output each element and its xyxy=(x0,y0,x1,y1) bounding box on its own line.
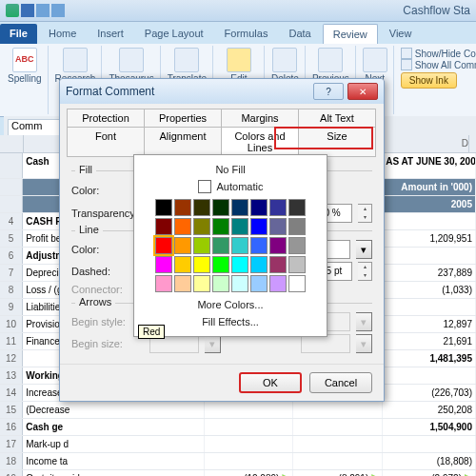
color-swatch[interactable] xyxy=(155,256,172,273)
color-swatch[interactable] xyxy=(231,237,248,254)
dtab-alignment[interactable]: Alignment xyxy=(144,127,222,157)
tab-pagelayout[interactable]: Page Layout xyxy=(135,24,213,44)
cell[interactable] xyxy=(383,213,476,229)
color-swatch[interactable] xyxy=(193,237,210,254)
color-swatch[interactable] xyxy=(212,218,229,235)
dtab-margins[interactable]: Margins xyxy=(221,109,299,128)
color-swatch[interactable] xyxy=(269,256,287,273)
color-swatch[interactable] xyxy=(250,256,268,273)
cell[interactable] xyxy=(205,436,294,452)
color-swatch[interactable] xyxy=(231,218,248,235)
cell[interactable] xyxy=(293,436,383,452)
no-fill-option[interactable]: No Fill xyxy=(140,161,321,178)
cell[interactable]: (Decrease xyxy=(23,402,204,418)
automatic-option[interactable]: Automatic xyxy=(140,178,321,195)
cell[interactable]: 1,481,395 xyxy=(383,350,476,367)
color-swatch[interactable] xyxy=(250,218,268,235)
color-swatch[interactable] xyxy=(288,218,306,235)
color-swatch[interactable] xyxy=(269,237,287,254)
color-swatch[interactable] xyxy=(174,275,191,292)
cell[interactable]: Amount in '000) xyxy=(383,179,476,195)
weight-spinner[interactable]: ▴▾ xyxy=(358,262,372,281)
color-swatch[interactable] xyxy=(193,199,210,216)
ok-button[interactable]: OK xyxy=(239,372,302,393)
row-header[interactable]: 4 xyxy=(0,213,23,229)
help-button[interactable]: ? xyxy=(313,83,344,100)
row-header[interactable]: 16 xyxy=(0,419,23,435)
cell[interactable]: (1,033) xyxy=(383,282,476,298)
tab-home[interactable]: Home xyxy=(39,24,86,44)
cell[interactable] xyxy=(293,453,383,469)
color-swatch[interactable] xyxy=(155,237,172,254)
row-header[interactable]: 14 xyxy=(0,385,23,401)
row-header[interactable]: 19 xyxy=(0,470,23,476)
cell[interactable]: (10,089) xyxy=(205,470,294,476)
cell[interactable]: Gratuity paid xyxy=(23,470,204,476)
show-all-comments[interactable]: Show All Comments xyxy=(401,59,476,70)
color-swatch[interactable] xyxy=(269,199,287,216)
cancel-button[interactable]: Cancel xyxy=(309,372,372,393)
dtab-font[interactable]: Font xyxy=(67,127,145,157)
color-swatch[interactable] xyxy=(174,218,191,235)
cell[interactable] xyxy=(383,299,476,315)
color-swatch[interactable] xyxy=(288,256,306,273)
row-header[interactable]: 15 xyxy=(0,402,23,418)
row-header[interactable]: 17 xyxy=(0,436,23,452)
color-swatch[interactable] xyxy=(212,237,229,254)
dtab-size[interactable]: Size xyxy=(298,127,376,157)
color-swatch[interactable] xyxy=(212,199,229,216)
row-header[interactable]: 8 xyxy=(0,282,23,298)
row-header[interactable]: 6 xyxy=(0,248,23,264)
color-swatch[interactable] xyxy=(193,218,210,235)
close-button[interactable]: ✕ xyxy=(347,83,378,100)
cell[interactable]: (2,972) xyxy=(383,470,476,476)
color-swatch[interactable] xyxy=(174,256,191,273)
color-swatch[interactable] xyxy=(250,237,268,254)
cell[interactable] xyxy=(383,436,476,452)
color-swatch[interactable] xyxy=(231,199,248,216)
row-header[interactable] xyxy=(0,153,23,178)
color-swatch[interactable] xyxy=(155,199,172,216)
cell[interactable]: (18,808) xyxy=(383,453,476,469)
row-header[interactable]: 11 xyxy=(0,333,23,349)
cell[interactable]: 12,897 xyxy=(383,316,476,332)
cell[interactable]: Mark-up d xyxy=(23,436,204,452)
dtab-properties[interactable]: Properties xyxy=(144,109,222,128)
cell[interactable]: 237,889 xyxy=(383,265,476,281)
row-header[interactable]: 9 xyxy=(0,299,23,315)
cell[interactable]: 21,691 xyxy=(383,333,476,349)
select-all[interactable] xyxy=(0,135,24,152)
cell[interactable] xyxy=(383,248,476,264)
undo-icon[interactable] xyxy=(36,4,50,17)
row-header[interactable]: 7 xyxy=(0,265,23,281)
fill-effects-option[interactable]: Fill Effects... xyxy=(140,313,321,330)
row-header[interactable]: 5 xyxy=(0,230,23,247)
color-swatch[interactable] xyxy=(193,275,210,292)
cell[interactable]: 1,209,951 xyxy=(383,230,476,247)
dialog-titlebar[interactable]: Format Comment ? ✕ xyxy=(60,79,384,104)
dtab-colorslines[interactable]: Colors and Lines xyxy=(221,127,299,157)
redo-icon[interactable] xyxy=(51,4,65,17)
row-header[interactable]: 10 xyxy=(0,316,23,332)
cell[interactable] xyxy=(383,367,476,384)
dtab-protection[interactable]: Protection xyxy=(67,109,145,128)
color-swatch[interactable] xyxy=(212,256,229,273)
cell[interactable]: AS AT JUNE 30, 2005 xyxy=(383,153,476,178)
row-header[interactable]: 18 xyxy=(0,453,23,469)
cell[interactable] xyxy=(205,453,294,469)
cell[interactable]: 250,208 xyxy=(383,402,476,418)
cell[interactable] xyxy=(205,419,294,435)
cell[interactable]: (226,703) xyxy=(383,385,476,401)
row-header[interactable]: 12 xyxy=(0,350,23,367)
cell[interactable]: 1,504,900 xyxy=(383,419,476,435)
cell[interactable]: (8,291) xyxy=(293,470,383,476)
more-colors-option[interactable]: More Colors... xyxy=(140,296,321,313)
color-swatch[interactable] xyxy=(250,275,268,292)
color-swatch[interactable] xyxy=(174,237,191,254)
color-swatch[interactable] xyxy=(155,275,172,292)
show-ink-button[interactable]: Show Ink xyxy=(401,72,457,89)
show-hide-comment[interactable]: Show/Hide Comment xyxy=(401,48,476,59)
tab-file[interactable]: File xyxy=(0,24,37,44)
color-swatch[interactable] xyxy=(288,275,306,292)
col-D[interactable]: D xyxy=(379,135,469,152)
